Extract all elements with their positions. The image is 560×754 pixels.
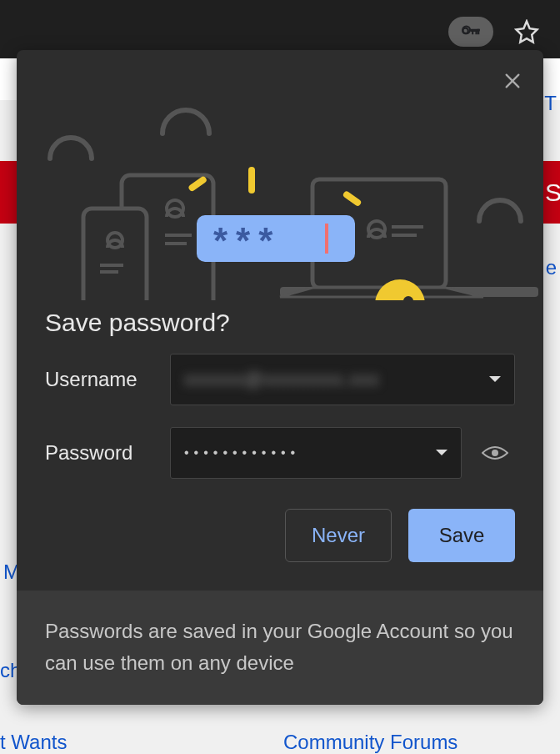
password-key-indicator[interactable] — [448, 17, 493, 47]
password-value: •••••••••••• — [184, 445, 300, 460]
star-icon — [514, 19, 539, 44]
svg-rect-21 — [325, 224, 328, 254]
key-icon — [460, 21, 482, 43]
never-button[interactable]: Never — [285, 509, 392, 562]
bookmark-star[interactable] — [510, 15, 543, 48]
username-row: Username xxxxxx@xxxxxxxx.xxx — [45, 354, 515, 405]
dialog-heading: Save password? — [17, 300, 543, 354]
bg-link: T — [544, 92, 557, 115]
svg-text:***: *** — [213, 220, 281, 261]
eye-icon — [482, 445, 508, 461]
bg-link: t Wants — [0, 731, 67, 754]
save-button[interactable]: Save — [408, 509, 515, 562]
svg-rect-11 — [248, 167, 255, 194]
bg-link: Community Forums — [283, 731, 458, 754]
toggle-password-visibility[interactable] — [478, 445, 512, 461]
illustration: *** — [17, 50, 543, 300]
chevron-down-icon[interactable] — [435, 449, 448, 457]
dialog-actions: Never Save — [17, 500, 543, 591]
password-row: Password •••••••••••• — [45, 427, 515, 479]
svg-rect-7 — [83, 209, 147, 300]
password-label: Password — [45, 441, 170, 465]
save-password-dialog: *** Save password? Username xxxxxx@xxxxx… — [17, 50, 543, 705]
chevron-down-icon[interactable] — [488, 375, 502, 384]
bg-link: e — [546, 256, 557, 279]
username-label: Username — [45, 368, 170, 391]
dialog-footer-text: Passwords are saved in your Google Accou… — [17, 591, 543, 705]
svg-point-24 — [492, 450, 498, 456]
page-red-bar-left — [0, 161, 17, 224]
svg-rect-2 — [478, 29, 480, 35]
username-input[interactable]: xxxxxx@xxxxxxxx.xxx — [170, 354, 515, 405]
username-value: xxxxxx@xxxxxxxx.xxx — [184, 369, 379, 390]
page-red-bar-right: S — [543, 161, 560, 224]
password-input[interactable]: •••••••••••• — [170, 427, 462, 479]
